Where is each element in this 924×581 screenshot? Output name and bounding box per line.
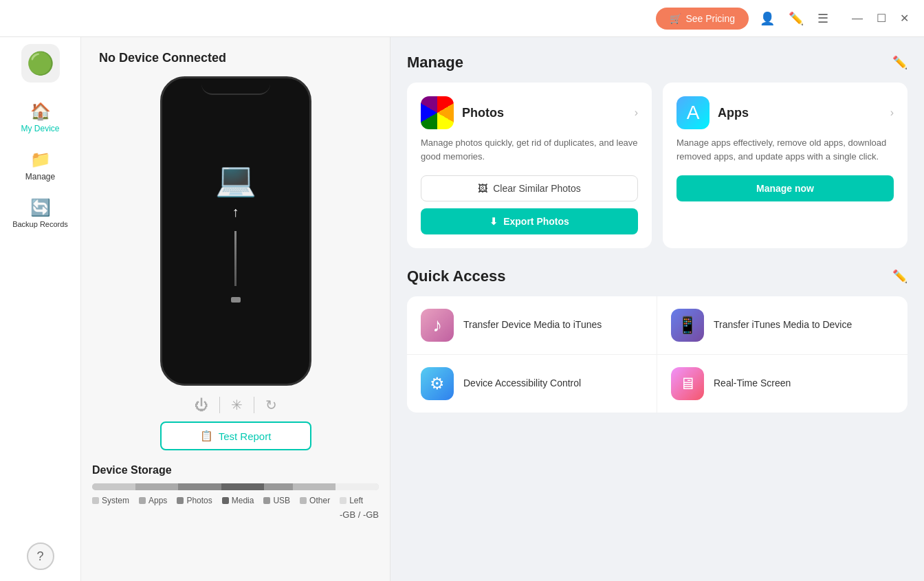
transfer-to-device-label: Transfer iTunes Media to Device <box>714 318 852 332</box>
app-store-icon: A <box>687 102 700 124</box>
photos-label: Photos <box>186 496 212 505</box>
other-label: Other <box>309 496 330 505</box>
home-icon: 🏠 <box>30 102 51 121</box>
manage-edit-icon[interactable]: ✏️ <box>892 55 908 70</box>
other-bar <box>293 483 336 490</box>
phone-screen-content: 💻 ↑ <box>215 160 256 303</box>
clear-similar-photos-button[interactable]: 🖼 Clear Similar Photos <box>421 175 638 201</box>
right-panel: Manage ✏️ Photos › Manage photos quickly… <box>390 37 924 581</box>
system-dot <box>92 497 99 504</box>
accessibility-icon: ⚙ <box>421 367 454 400</box>
close-button[interactable]: ✕ <box>896 10 913 26</box>
quick-access-section-header: Quick Access ✏️ <box>407 267 908 285</box>
no-device-title: No Device Connected <box>99 51 226 65</box>
test-report-button[interactable]: 📋 Test Report <box>160 421 311 450</box>
photos-card-top: Photos › <box>421 96 638 129</box>
folder-icon: 📁 <box>30 150 51 169</box>
left-dot <box>340 497 346 504</box>
account-icon[interactable]: 👤 <box>757 8 778 29</box>
see-pricing-label: See Pricing <box>685 13 735 24</box>
system-bar <box>92 483 135 490</box>
laptop-icon: 💻 <box>215 160 256 199</box>
other-dot <box>300 497 307 504</box>
question-icon: ? <box>36 549 43 564</box>
refresh-icon[interactable]: ↻ <box>265 397 277 413</box>
backup-icon: 🔄 <box>30 198 51 217</box>
titlebar: 🛒 See Pricing 👤 ✏️ ☰ — ☐ ✕ <box>0 0 924 37</box>
phone-mockup: 💻 ↑ <box>160 76 311 386</box>
minimize-button[interactable]: — <box>848 11 867 26</box>
apps-manage-card: A Apps › Manage apps effectively, remove… <box>663 83 908 248</box>
qa-transfer-to-device[interactable]: 📱 Transfer iTunes Media to Device <box>657 296 908 355</box>
manage-label: Manage <box>25 172 55 182</box>
manage-cards-row: Photos › Manage photos quickly, get rid … <box>407 83 908 248</box>
left-panel: No Device Connected 💻 ↑ ⏻ ✳ ↻ 📋 Test Rep… <box>81 37 390 581</box>
usb-dot <box>263 497 270 504</box>
apps-chevron-icon[interactable]: › <box>890 107 894 119</box>
photos-card-icon-title: Photos <box>421 96 504 129</box>
music-note-icon: ♪ <box>432 314 442 336</box>
manage-now-button[interactable]: Manage now <box>676 175 894 201</box>
see-pricing-button[interactable]: 🛒 See Pricing <box>656 8 749 30</box>
test-report-label: Test Report <box>219 430 272 442</box>
photo-icon: 🖼 <box>478 183 487 194</box>
screen-icon: 🖥 <box>671 367 704 400</box>
media-label: Media <box>232 496 254 505</box>
system-label: System <box>102 496 129 505</box>
apps-dot <box>139 497 146 504</box>
sidebar-item-backup-records[interactable]: 🔄 Backup Records <box>0 190 80 237</box>
backup-records-label: Backup Records <box>12 220 68 228</box>
usb-plug <box>231 297 241 303</box>
usb-bar <box>264 483 293 490</box>
legend-left: Left <box>340 496 363 505</box>
photos-bar <box>178 483 221 490</box>
legend-system: System <box>92 496 129 505</box>
photos-icon <box>421 96 454 129</box>
photos-card-actions: 🖼 Clear Similar Photos ⬇ Export Photos <box>421 175 638 234</box>
device-storage-section: Device Storage System Apps <box>92 464 379 520</box>
apps-card-icon-title: A Apps <box>676 96 749 129</box>
photos-dot <box>177 497 184 504</box>
power-icon[interactable]: ⏻ <box>195 397 208 413</box>
qa-transfer-to-itunes[interactable]: ♪ Transfer Device Media to iTunes <box>407 296 657 355</box>
titlebar-actions: 🛒 See Pricing 👤 ✏️ ☰ — ☐ ✕ <box>656 8 913 30</box>
transfer-to-itunes-label: Transfer Device Media to iTunes <box>463 318 602 332</box>
photos-manage-card: Photos › Manage photos quickly, get rid … <box>407 83 652 248</box>
divider <box>219 397 220 413</box>
help-button[interactable]: ? <box>27 542 54 570</box>
window-controls: — ☐ ✕ <box>848 10 913 26</box>
apps-label: Apps <box>148 496 167 505</box>
apps-bar <box>135 483 179 490</box>
phone-notch <box>201 78 270 95</box>
left-bar <box>336 483 379 490</box>
photos-card-title: Photos <box>462 106 504 120</box>
report-icon: 📋 <box>200 430 213 442</box>
apps-card-top: A Apps › <box>676 96 894 129</box>
edit-icon[interactable]: ✏️ <box>786 8 806 29</box>
maximize-button[interactable]: ☐ <box>872 10 890 26</box>
export-photos-label: Export Photos <box>503 216 569 227</box>
menu-icon[interactable]: ☰ <box>815 8 831 29</box>
storage-legend: System Apps Photos Media USB <box>92 496 379 505</box>
cart-icon: 🛒 <box>670 13 681 24</box>
manage-title: Manage <box>407 54 463 72</box>
qa-screen[interactable]: 🖥 Real-Time Screen <box>657 355 908 413</box>
photos-chevron-icon[interactable]: › <box>635 107 638 119</box>
app-layout: 🟢 🏠 My Device 📁 Manage 🔄 Backup Records … <box>0 37 924 581</box>
legend-other: Other <box>300 496 330 505</box>
apps-icon: A <box>676 96 710 129</box>
sidebar-item-manage[interactable]: 📁 Manage <box>0 142 80 190</box>
sidebar-item-my-device[interactable]: 🏠 My Device <box>0 94 80 142</box>
settings-icon[interactable]: ✳ <box>231 397 243 413</box>
upload-arrow-icon: ↑ <box>232 204 239 220</box>
quick-access-edit-icon[interactable]: ✏️ <box>892 269 908 284</box>
phone-controls: ⏻ ✳ ↻ <box>195 397 277 413</box>
app-logo: 🟢 <box>21 44 60 83</box>
media-dot <box>222 497 229 504</box>
manage-now-label: Manage now <box>756 183 814 194</box>
export-photos-button[interactable]: ⬇ Export Photos <box>421 208 638 234</box>
download-icon: ⬇ <box>490 216 498 227</box>
qa-accessibility[interactable]: ⚙ Device Accessibility Control <box>407 355 657 413</box>
quick-access-title: Quick Access <box>407 267 506 285</box>
apps-card-actions: Manage now <box>676 175 894 201</box>
